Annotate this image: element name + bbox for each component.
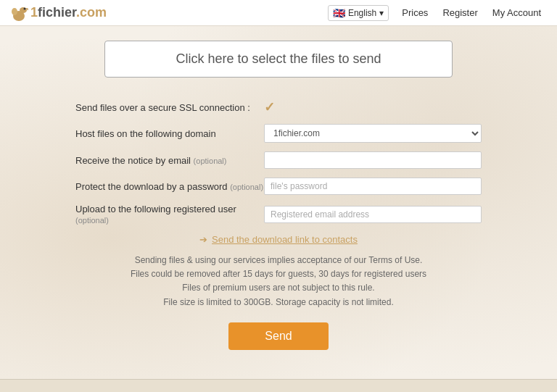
svg-point-3 xyxy=(24,7,26,9)
email-label: Receive the notice by email (optional) xyxy=(75,155,264,166)
email-input[interactable] xyxy=(264,151,482,169)
language-label: English xyxy=(348,8,376,18)
upload-user-label: Upload to the following registered user … xyxy=(75,204,264,225)
ssl-row: Send files over a secure SSL connection … xyxy=(75,99,482,115)
main-content: Click here to select the files to send S… xyxy=(0,26,557,379)
password-input[interactable] xyxy=(264,178,482,195)
info-line-3: Files of premium users are not subject t… xyxy=(75,281,482,295)
svg-point-1 xyxy=(20,7,27,13)
logo-bird-icon xyxy=(9,3,29,23)
info-line-1: Sending files & using our services impli… xyxy=(75,254,482,267)
info-text: Sending files & using our services impli… xyxy=(75,254,482,309)
download-link-row: ➔ Send the download link to contacts xyxy=(75,234,482,245)
header-nav: 🇬🇧 English ▾ Prices Register My Account xyxy=(328,5,548,21)
my-account-link[interactable]: My Account xyxy=(485,7,548,18)
chevron-down-icon: ▾ xyxy=(379,8,384,18)
svg-point-2 xyxy=(12,8,17,15)
registered-user-input[interactable] xyxy=(264,206,482,223)
domain-select[interactable]: 1fichier.com alterupload.com cjoint.net xyxy=(264,124,482,143)
upload-form: Send files over a secure SSL connection … xyxy=(75,99,482,350)
ssl-label: Send files over a secure SSL connection … xyxy=(75,102,264,113)
info-line-4: File size is limited to 300GB. Storage c… xyxy=(75,296,482,309)
info-line-2: Files could be removed after 15 days for… xyxy=(75,267,482,281)
domain-label: Host files on the following domain xyxy=(75,128,264,139)
send-button[interactable]: Send xyxy=(228,322,328,350)
upload-user-row: Upload to the following registered user … xyxy=(75,204,482,225)
upload-btn-container: Click here to select the files to send xyxy=(44,41,513,78)
logo: 1fichier.com xyxy=(9,3,107,23)
arrow-icon: ➔ xyxy=(199,234,207,245)
send-btn-container: Send xyxy=(75,322,482,350)
email-row: Receive the notice by email (optional) xyxy=(75,151,482,169)
logo-text: 1fichier.com xyxy=(30,5,107,20)
password-label: Protect the download by a password (opti… xyxy=(75,181,264,192)
domain-row: Host files on the following domain 1fich… xyxy=(75,124,482,143)
select-files-button[interactable]: Click here to select the files to send xyxy=(104,41,453,78)
download-link-button[interactable]: Send the download link to contacts xyxy=(212,234,358,245)
password-row: Protect the download by a password (opti… xyxy=(75,178,482,195)
ssl-checkmark: ✓ xyxy=(264,99,275,115)
flag-icon: 🇬🇧 xyxy=(333,7,345,19)
prices-link[interactable]: Prices xyxy=(395,7,435,18)
register-link[interactable]: Register xyxy=(435,7,484,18)
language-selector[interactable]: 🇬🇧 English ▾ xyxy=(328,5,389,21)
header: 1fichier.com 🇬🇧 English ▾ Prices Registe… xyxy=(0,0,557,26)
footer: Storage Store and archive all types of c… xyxy=(0,379,557,392)
